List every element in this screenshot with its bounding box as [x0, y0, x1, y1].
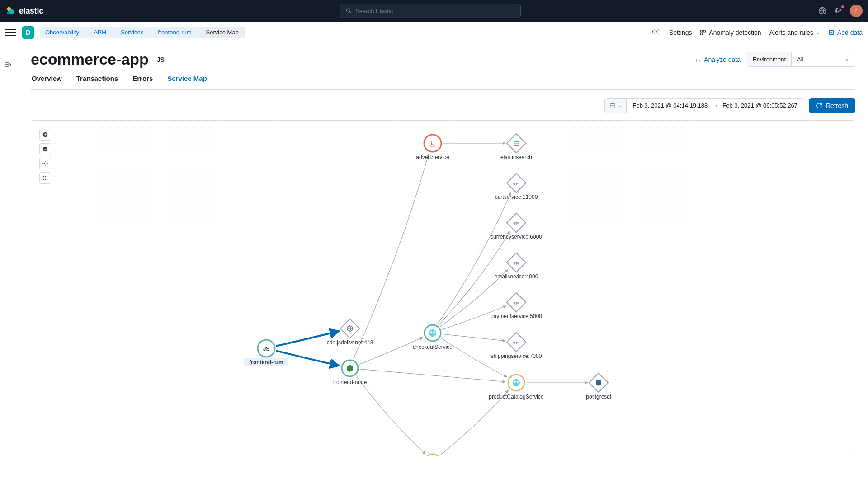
search-icon	[346, 8, 352, 14]
service-node-cartservice[interactable]: grpc	[507, 174, 526, 192]
user-avatar[interactable]: r	[850, 5, 863, 17]
nav-menu-button[interactable]	[5, 27, 16, 38]
svg-text:grpc: grpc	[513, 221, 519, 225]
service-node-label: shippingservice:7000	[491, 353, 542, 359]
service-node-elasticsearch[interactable]	[507, 134, 526, 153]
language-badge: JS	[156, 54, 165, 65]
date-range-display[interactable]: Feb 3, 2021 @ 04:14:19.188 → Feb 3, 2021…	[627, 99, 804, 113]
service-node-postgresql[interactable]	[589, 373, 608, 392]
breadcrumb: ObservabilityAPMServicesfrontend-rumServ…	[40, 27, 245, 38]
tab-overview[interactable]: Overview	[31, 75, 63, 89]
service-node-frontend-rum[interactable]: JS	[258, 340, 275, 357]
service-node-cdn[interactable]	[340, 319, 359, 338]
sub-header: D ObservabilityAPMServicesfrontend-rumSe…	[0, 22, 868, 43]
service-node-label: advertService	[416, 154, 449, 160]
arrow-right-icon: →	[712, 102, 718, 109]
service-node-label: frontend-rum	[249, 359, 283, 366]
service-node-checkoutService[interactable]	[425, 325, 441, 341]
svg-point-51	[424, 135, 441, 152]
service-node-productCatalog[interactable]	[508, 375, 524, 391]
chart-icon	[695, 56, 701, 63]
service-node-label: paymentservice:5000	[491, 313, 542, 319]
tab-transactions[interactable]: Transactions	[75, 75, 119, 89]
svg-point-7	[657, 30, 660, 33]
breadcrumb-item[interactable]: Observability	[40, 27, 85, 38]
refresh-button[interactable]: Refresh	[809, 98, 855, 113]
global-search[interactable]	[340, 4, 521, 18]
breadcrumb-item[interactable]: frontend-rum	[150, 27, 198, 38]
service-node-label: productCatalogService	[489, 394, 544, 400]
svg-point-74	[514, 381, 516, 383]
svg-point-2	[7, 11, 10, 14]
svg-line-4	[349, 12, 351, 13]
calendar-icon	[609, 103, 616, 109]
refresh-icon	[816, 103, 822, 109]
svg-point-75	[517, 381, 519, 383]
svg-rect-8	[701, 30, 703, 32]
svg-point-3	[347, 9, 350, 12]
help-icon[interactable]	[817, 6, 827, 16]
collapsed-sidebar	[0, 43, 18, 488]
svg-text:grpc: grpc	[513, 301, 519, 305]
service-node-label: emailservice:4000	[495, 273, 538, 280]
plus-circle-icon	[828, 29, 835, 36]
news-icon[interactable]	[834, 6, 844, 16]
service-map-canvas[interactable]: JSfrontend-rumcdn.jsdelivr.net:443fronte…	[31, 121, 855, 456]
inspector-icon[interactable]	[652, 28, 661, 37]
tab-errors[interactable]: Errors	[132, 75, 154, 89]
settings-link[interactable]: Settings	[669, 29, 692, 36]
svg-point-56	[433, 331, 435, 333]
service-node-emailservice[interactable]: grpc	[507, 253, 526, 272]
environment-label: Environment	[747, 52, 792, 66]
page-title: ecommerce-app	[31, 51, 149, 68]
chevron-down-icon: ⌄	[618, 103, 622, 108]
breadcrumb-item[interactable]: APM	[85, 27, 113, 38]
global-header: elastic r	[0, 0, 868, 22]
alerts-rules-link[interactable]: Alerts and rules ⌄	[769, 29, 820, 36]
svg-text:grpc: grpc	[513, 182, 519, 185]
svg-text:grpc: grpc	[513, 341, 519, 344]
svg-point-57	[425, 454, 441, 456]
svg-text:grpc: grpc	[513, 261, 519, 265]
service-node-label: elasticsearch	[500, 154, 532, 160]
date-from: Feb 3, 2021 @ 04:14:19.188	[633, 102, 708, 109]
edge	[354, 154, 429, 359]
page-tabs: OverviewTransactionsErrorsService Map	[31, 75, 855, 90]
edge	[438, 192, 511, 324]
service-map-panel[interactable]: JSfrontend-rumcdn.jsdelivr.net:443fronte…	[31, 120, 855, 456]
svg-rect-9	[704, 30, 706, 32]
service-node-currencyservice[interactable]: grpc	[507, 213, 526, 232]
environment-picker: Environment All	[747, 52, 855, 67]
service-node-frontend-node[interactable]	[342, 360, 358, 376]
breadcrumb-item[interactable]: Services	[113, 27, 150, 38]
svg-point-54	[429, 329, 436, 337]
space-badge[interactable]: D	[22, 26, 34, 39]
environment-select[interactable]: All	[792, 52, 855, 66]
anomaly-detection-link[interactable]: Anomaly detection	[700, 29, 761, 36]
service-node-label: postgresql	[586, 394, 611, 400]
service-node-recommendation[interactable]	[425, 454, 441, 456]
date-quick-select[interactable]: ⌄	[605, 99, 627, 113]
edge	[443, 334, 505, 341]
service-node-advertService[interactable]	[424, 135, 441, 152]
edge	[360, 369, 505, 382]
global-search-input[interactable]	[355, 8, 515, 14]
svg-rect-10	[701, 33, 703, 35]
service-node-label: checkoutService	[413, 344, 453, 350]
breadcrumb-item: Service Map	[198, 27, 245, 38]
svg-rect-61	[514, 145, 519, 146]
svg-rect-20	[610, 103, 615, 108]
expand-sidebar-button[interactable]	[5, 61, 12, 70]
service-node-label: currencyservice:6000	[491, 234, 542, 240]
service-node-paymentservice[interactable]: grpc	[507, 293, 526, 312]
add-data-link[interactable]: Add data	[828, 29, 863, 36]
elastic-logo-text: elastic	[19, 6, 43, 16]
chevron-down-icon: ⌄	[816, 29, 820, 35]
svg-point-73	[513, 379, 520, 386]
elastic-logo[interactable]: elastic	[5, 6, 43, 16]
service-node-shippingservice[interactable]: grpc	[507, 333, 526, 352]
analyze-data-link[interactable]: Analyze data	[695, 56, 741, 63]
svg-rect-59	[514, 141, 519, 142]
tab-service-map[interactable]: Service Map	[166, 75, 208, 89]
svg-text:JS: JS	[263, 346, 270, 352]
